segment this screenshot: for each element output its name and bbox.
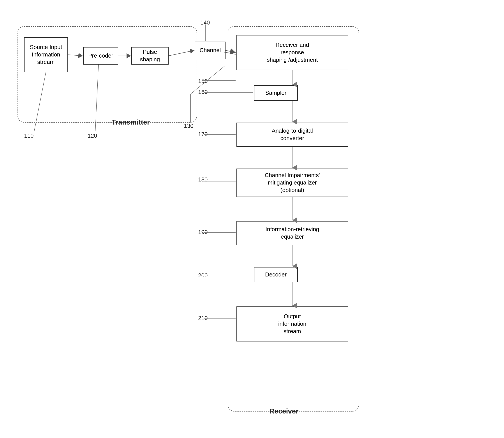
pulse-shaping-block: Pulse shaping xyxy=(131,47,169,65)
adc-block: Analog-to-digital converter xyxy=(236,123,348,147)
receiver-label: Receiver xyxy=(269,407,298,415)
diagram-container: Source Input Information stream Pre-code… xyxy=(13,13,490,425)
label-150: 150 xyxy=(198,78,208,85)
precoder-block: Pre-coder xyxy=(83,47,118,65)
receiver-response-block: Receiver and response shaping /adjustmen… xyxy=(236,35,348,70)
decoder-block: Decoder xyxy=(254,267,298,282)
output-block: Output information stream xyxy=(236,307,348,341)
ire-block: Information-retrieving equalizer xyxy=(236,221,348,245)
receiver-box xyxy=(228,26,359,412)
label-120: 120 xyxy=(88,132,97,139)
label-170: 170 xyxy=(198,131,208,138)
label-180: 180 xyxy=(198,176,208,183)
label-190: 190 xyxy=(198,229,208,236)
label-140: 140 xyxy=(200,19,210,26)
label-160: 160 xyxy=(198,89,208,95)
sampler-block: Sampler xyxy=(254,85,298,101)
impairments-block: Channel Impairments' mitigating equalize… xyxy=(236,169,348,197)
label-210: 210 xyxy=(198,315,208,322)
transmitter-label: Transmitter xyxy=(112,118,150,126)
label-200: 200 xyxy=(198,272,208,279)
source-block: Source Input Information stream xyxy=(24,37,68,72)
channel-block: Channel xyxy=(195,42,226,59)
label-110: 110 xyxy=(24,132,33,139)
label-130: 130 xyxy=(184,123,193,129)
